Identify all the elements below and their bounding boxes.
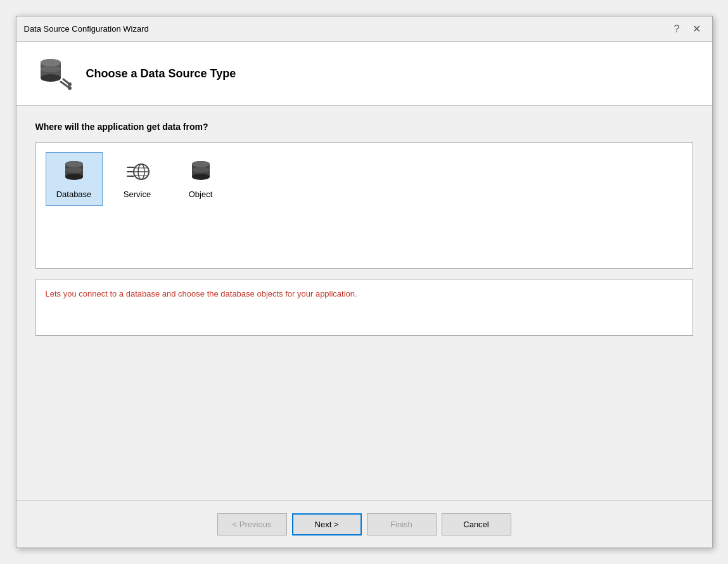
header-database-icon (37, 56, 72, 91)
object-icon (188, 159, 214, 184)
svg-point-4 (41, 66, 61, 72)
dialog-window: Data Source Configuration Wizard ? ✕ (16, 16, 713, 548)
title-bar-left: Data Source Configuration Wizard (24, 24, 149, 34)
service-label: Service (124, 189, 151, 199)
description-text: Lets you connect to a database and choos… (46, 289, 683, 298)
svg-point-13 (65, 167, 83, 173)
database-label: Database (56, 189, 92, 199)
datasource-item-database[interactable]: Database (46, 152, 103, 206)
description-box: Lets you connect to a database and choos… (35, 279, 693, 336)
svg-point-11 (65, 174, 83, 180)
service-icon (125, 159, 150, 184)
datasource-selection-box: Database Service (35, 142, 693, 269)
svg-point-26 (192, 167, 210, 173)
next-button[interactable]: Next > (292, 513, 362, 535)
svg-point-25 (192, 161, 210, 167)
header-section: Choose a Data Source Type (16, 42, 712, 106)
question-label: Where will the application get data from… (35, 122, 693, 132)
content-area: Where will the application get data from… (16, 106, 712, 500)
title-bar-right: ? ✕ (670, 22, 705, 36)
svg-point-24 (192, 174, 210, 180)
object-label: Object (189, 189, 213, 199)
close-button[interactable]: ✕ (689, 22, 705, 36)
dialog-title: Data Source Configuration Wizard (24, 24, 149, 34)
header-title: Choose a Data Source Type (86, 67, 236, 80)
help-button[interactable]: ? (670, 22, 684, 36)
finish-button[interactable]: Finish (367, 513, 437, 535)
header-icon (35, 54, 73, 93)
svg-point-12 (65, 161, 83, 167)
title-bar: Data Source Configuration Wizard ? ✕ (16, 16, 712, 42)
svg-point-2 (41, 74, 61, 82)
database-icon (61, 159, 87, 184)
svg-point-6 (68, 86, 72, 90)
svg-point-3 (41, 59, 61, 67)
datasource-item-object[interactable]: Object (172, 152, 229, 206)
svg-point-8 (68, 82, 72, 86)
previous-button[interactable]: < Previous (217, 513, 287, 535)
cancel-button[interactable]: Cancel (442, 513, 511, 535)
datasource-item-service[interactable]: Service (109, 152, 166, 206)
footer-section: < Previous Next > Finish Cancel (16, 500, 712, 548)
